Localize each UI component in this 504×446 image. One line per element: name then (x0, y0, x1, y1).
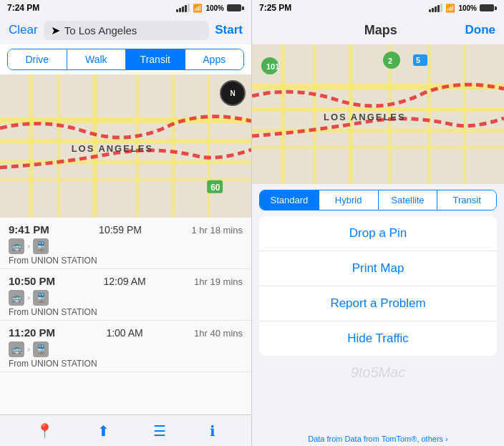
svg-rect-20 (313, 44, 316, 184)
status-bar-right: 7:25 PM 📶 100% (252, 0, 504, 16)
battery-icon-left (227, 4, 244, 11)
route-item[interactable]: 9:41 PM 10:59 PM 1 hr 18 mins 🚌 › 🚆 From… (0, 218, 251, 269)
left-time: 7:24 PM (7, 3, 39, 13)
map-right[interactable]: LOS ANGELES 101 2 5 (252, 44, 504, 184)
attribution-link[interactable]: Data from TomTom®, others › (345, 435, 448, 443)
destination-field: ➤ To Los Angeles (44, 21, 210, 40)
route-icons-2: 🚌 › 🚆 (9, 290, 243, 306)
signal-icon-right (429, 4, 442, 12)
svg-rect-5 (29, 74, 33, 217)
svg-text:2: 2 (388, 57, 392, 65)
tab-transit[interactable]: Transit (126, 49, 185, 69)
navigation-icon: ➤ (51, 24, 60, 37)
bus-icon-2: 🚌 (9, 290, 24, 306)
svg-text:101: 101 (266, 62, 279, 71)
svg-rect-10 (207, 74, 210, 217)
connector-icon-3: › (27, 344, 30, 354)
route-icons-1: 🚌 › 🚆 (9, 238, 243, 254)
route-icons-3: 🚌 › 🚆 (9, 341, 243, 357)
svg-rect-18 (252, 146, 504, 149)
hide-traffic-button[interactable]: Hide Traffic (259, 321, 497, 356)
map-svg-left: LOS ANGELES 60 (0, 74, 251, 218)
connector-icon-1: › (27, 241, 30, 251)
duration-2: 1hr 19 mins (194, 276, 243, 287)
svg-text:LOS ANGELES: LOS ANGELES (324, 112, 406, 122)
duration-3: 1hr 40 mins (194, 328, 243, 339)
watermark: 9to5Mac (252, 356, 504, 389)
map-type-satellite[interactable]: Satellite (379, 190, 438, 210)
map-type-hybrid[interactable]: Hybrid (319, 190, 379, 210)
nav-bar-right: Maps Done (252, 16, 504, 44)
route-times-1: 9:41 PM 10:59 PM 1 hr 18 mins (9, 223, 243, 236)
from-label-3: From UNION STATION (9, 359, 243, 369)
depart-1: 9:41 PM (9, 223, 49, 236)
status-bar-left: 7:24 PM 📶 100% (0, 0, 251, 16)
destination-text: To Los Angeles (64, 24, 137, 37)
report-problem-button[interactable]: Report a Problem (259, 286, 497, 321)
svg-rect-19 (281, 44, 285, 184)
left-panel: 7:24 PM 📶 100% Clear ➤ To Los Angeles St… (0, 0, 252, 446)
done-button[interactable]: Done (465, 23, 495, 37)
battery-icon-right (480, 4, 497, 11)
route-list: 9:41 PM 10:59 PM 1 hr 18 mins 🚌 › 🚆 From… (0, 218, 251, 415)
route-item[interactable]: 11:20 PM 1:00 AM 1hr 40 mins 🚌 › 🚆 From … (0, 321, 251, 372)
right-time: 7:25 PM (259, 3, 291, 13)
clear-button[interactable]: Clear (9, 23, 38, 37)
rail-icon-2: 🚆 (33, 290, 49, 306)
info-button[interactable]: ℹ (210, 422, 215, 440)
rail-icon-3: 🚆 (33, 341, 49, 357)
bus-icon-3: 🚌 (9, 341, 24, 357)
action-list: Drop a Pin Print Map Report a Problem Hi… (259, 216, 497, 356)
wifi-icon-right: 📶 (445, 4, 455, 13)
print-map-button[interactable]: Print Map (259, 251, 497, 286)
map-left[interactable]: LOS ANGELES 60 N (0, 74, 251, 218)
compass-icon: N (220, 80, 246, 106)
signal-icon (176, 4, 190, 12)
battery-percent-left: 100% (205, 4, 224, 12)
route-times-3: 11:20 PM 1:00 AM 1hr 40 mins (9, 326, 243, 339)
location-button[interactable]: 📍 (36, 422, 54, 440)
arrive-2: 12:09 AM (103, 276, 145, 287)
from-label-2: From UNION STATION (9, 307, 243, 317)
svg-rect-9 (171, 74, 175, 217)
nav-bar-left: Clear ➤ To Los Angeles Start (0, 16, 251, 44)
maps-title: Maps (364, 23, 397, 38)
battery-percent-right: 100% (458, 4, 477, 12)
transport-tabs: Drive Walk Transit Apps (7, 49, 244, 70)
duration-1: 1 hr 18 mins (191, 225, 243, 236)
bottom-toolbar-left: 📍 ⬆ ☰ ℹ (0, 415, 251, 446)
data-attribution: Data from Data from TomTom®, others › (252, 432, 504, 446)
rail-icon-1: 🚆 (33, 238, 49, 254)
route-times-2: 10:50 PM 12:09 AM 1hr 19 mins (9, 275, 243, 287)
start-button[interactable]: Start (215, 23, 243, 37)
map-type-bar: Standard Hybrid Satellite Transit (259, 190, 497, 210)
connector-icon-2: › (27, 293, 30, 303)
map-svg-right: LOS ANGELES 101 2 5 (252, 44, 504, 184)
tab-drive[interactable]: Drive (8, 49, 67, 69)
svg-text:5: 5 (416, 56, 420, 64)
left-status-icons: 📶 100% (176, 4, 244, 13)
drop-pin-button[interactable]: Drop a Pin (259, 216, 497, 251)
wifi-icon: 📶 (193, 4, 203, 13)
depart-2: 10:50 PM (9, 275, 55, 287)
bus-icon-1: 🚌 (9, 238, 24, 254)
route-item[interactable]: 10:50 PM 12:09 AM 1hr 19 mins 🚌 › 🚆 From… (0, 269, 251, 321)
map-type-standard[interactable]: Standard (260, 190, 319, 210)
tab-walk[interactable]: Walk (67, 49, 127, 69)
svg-rect-6 (57, 74, 61, 217)
arrive-3: 1:00 AM (106, 327, 142, 339)
right-panel: 7:25 PM 📶 100% Maps Done (252, 0, 504, 446)
arrive-1: 10:59 PM (99, 224, 142, 236)
attribution-text: Data from (308, 435, 344, 443)
from-label-1: From UNION STATION (9, 256, 243, 266)
tab-apps[interactable]: Apps (185, 49, 244, 69)
share-button[interactable]: ⬆ (97, 422, 110, 440)
list-button[interactable]: ☰ (153, 422, 166, 440)
svg-rect-23 (427, 44, 431, 184)
right-status-icons: 📶 100% (429, 4, 497, 13)
svg-text:LOS ANGELES: LOS ANGELES (72, 143, 153, 154)
map-type-transit[interactable]: Transit (437, 190, 496, 210)
svg-text:60: 60 (210, 183, 220, 193)
depart-3: 11:20 PM (9, 326, 55, 339)
svg-rect-24 (463, 44, 466, 184)
